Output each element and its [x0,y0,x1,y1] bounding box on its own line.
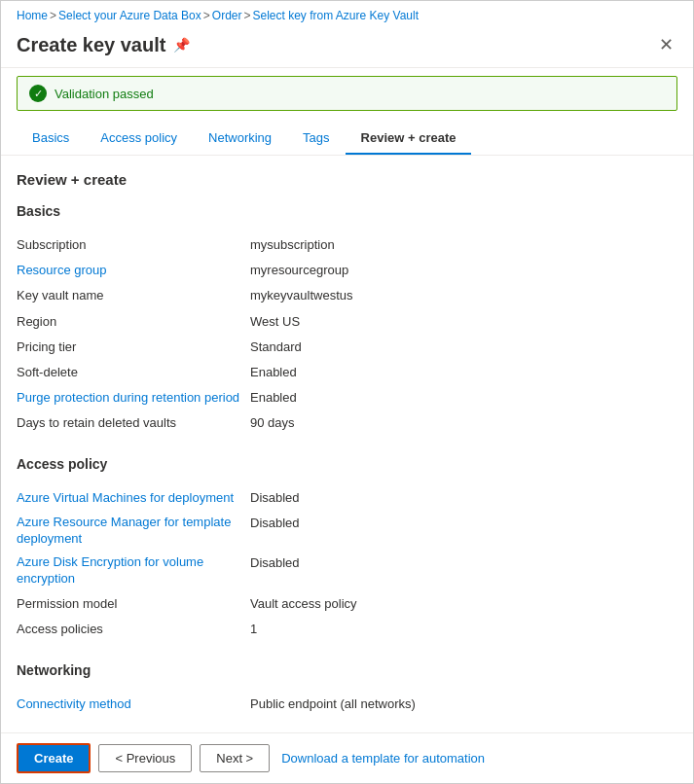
field-disk-encryption: Azure Disk Encryption for volume encrypt… [17,551,677,591]
tab-networking[interactable]: Networking [193,123,287,155]
page-title: Review + create [17,171,677,188]
value-arm-template: Disabled [250,515,677,532]
label-azure-vm[interactable]: Azure Virtual Machines for deployment [17,489,250,507]
value-resource-group: myresourcegroup [250,262,677,279]
value-access-policies: 1 [250,621,677,638]
access-policy-section-title: Access policy [17,456,677,476]
label-disk-encryption[interactable]: Azure Disk Encryption for volume encrypt… [17,554,250,588]
field-pricing-tier: Pricing tier Standard [17,335,677,360]
access-policy-section: Access policy Azure Virtual Machines for… [17,456,677,643]
label-key-vault-name: Key vault name [17,287,250,304]
field-soft-delete: Soft-delete Enabled [17,360,677,385]
label-access-policies: Access policies [17,621,250,638]
field-access-policies: Access policies 1 [17,617,677,642]
tab-review-create[interactable]: Review + create [346,123,472,155]
label-purge-protection[interactable]: Purge protection during retention period [17,389,250,407]
label-subscription: Subscription [17,236,250,254]
value-days-retain: 90 days [250,414,677,432]
previous-button[interactable]: < Previous [98,744,192,772]
basics-section: Basics Subscription mysubscription Resou… [17,203,677,437]
value-pricing-tier: Standard [250,339,677,356]
tab-tags[interactable]: Tags [287,123,345,155]
close-button[interactable]: ✕ [655,30,677,59]
field-arm-template: Azure Resource Manager for template depl… [17,511,677,552]
modal-title-container: Create key vault 📌 [17,34,190,56]
field-permission-model: Permission model Vault access policy [17,591,677,617]
label-connectivity[interactable]: Connectivity method [17,695,250,713]
tab-access-policy[interactable]: Access policy [85,123,193,155]
field-resource-group: Resource group myresourcegroup [17,258,677,283]
field-days-retain: Days to retain deleted vaults 90 days [17,410,677,436]
field-subscription: Subscription mysubscription [17,232,677,258]
breadcrumb-key-vault[interactable]: Select key from Azure Key Vault [253,9,420,22]
field-azure-vm: Azure Virtual Machines for deployment Di… [17,485,677,511]
validation-bar: ✓ Validation passed [17,76,677,111]
modal-title-text: Create key vault [17,34,165,56]
modal-header: Create key vault 📌 ✕ [1,26,693,68]
value-disk-encryption: Disabled [250,554,677,572]
networking-section: Networking Connectivity method Public en… [17,662,677,717]
modal-container: Home > Select your Azure Data Box > Orde… [0,0,694,784]
value-permission-model: Vault access policy [250,595,677,613]
value-purge-protection: Enabled [250,389,677,407]
breadcrumb-home[interactable]: Home [17,9,48,22]
validation-text: Validation passed [55,87,154,101]
label-days-retain: Days to retain deleted vaults [17,414,250,432]
basics-section-title: Basics [17,203,677,223]
networking-section-title: Networking [17,662,677,682]
breadcrumb-order[interactable]: Order [212,9,242,22]
field-purge-protection: Purge protection during retention period… [17,385,677,410]
download-template-link[interactable]: Download a template for automation [277,745,489,771]
breadcrumb: Home > Select your Azure Data Box > Orde… [1,1,693,26]
value-region: West US [250,313,677,331]
check-icon: ✓ [29,85,47,102]
pin-icon[interactable]: 📌 [173,37,190,53]
tabs-container: Basics Access policy Networking Tags Rev… [1,123,693,156]
field-connectivity: Connectivity method Public endpoint (all… [17,692,677,717]
main-content: Review + create Basics Subscription mysu… [1,156,693,732]
value-subscription: mysubscription [250,236,677,254]
label-soft-delete: Soft-delete [17,364,250,381]
field-region: Region West US [17,309,677,335]
label-resource-group[interactable]: Resource group [17,262,250,279]
value-key-vault-name: mykeyvaultwestus [250,287,677,304]
create-button[interactable]: Create [17,743,91,773]
footer: Create < Previous Next > Download a temp… [1,732,693,783]
next-button[interactable]: Next > [200,744,270,772]
field-key-vault-name: Key vault name mykeyvaultwestus [17,283,677,308]
label-permission-model: Permission model [17,595,250,613]
label-pricing-tier: Pricing tier [17,339,250,356]
label-region: Region [17,313,250,331]
tab-basics[interactable]: Basics [17,123,85,155]
value-connectivity: Public endpoint (all networks) [250,695,677,713]
value-soft-delete: Enabled [250,364,677,381]
label-arm-template[interactable]: Azure Resource Manager for template depl… [17,515,250,548]
value-azure-vm: Disabled [250,489,677,507]
breadcrumb-data-box[interactable]: Select your Azure Data Box [58,9,201,22]
